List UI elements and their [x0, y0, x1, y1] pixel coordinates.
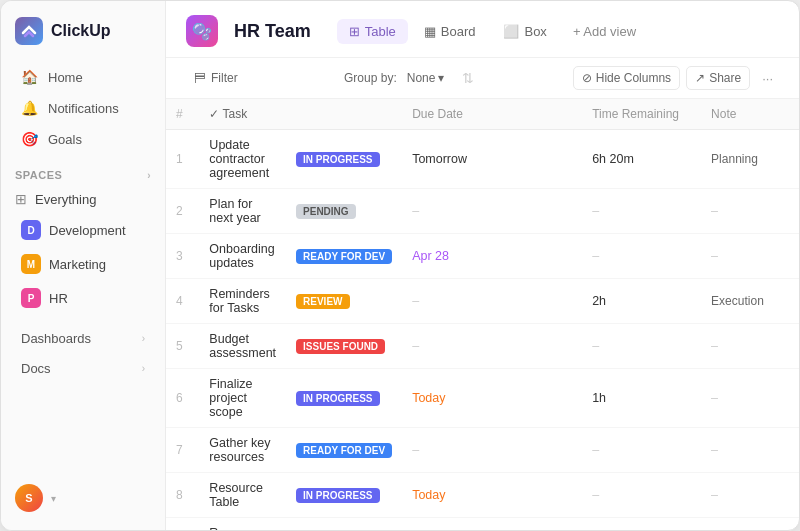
table-row[interactable]: 1Update contractor agreementIN PROGRESST… [166, 130, 799, 189]
row-task-name: Reminders for Tasks [199, 279, 286, 324]
row-time-remaining: – [582, 518, 701, 531]
sidebar-item-goals[interactable]: 🎯 Goals [7, 124, 159, 154]
status-badge: IN PROGRESS [296, 488, 379, 503]
row-task-name: Gather key resources [199, 428, 286, 473]
table-row[interactable]: 4Reminders for TasksREVIEW–2hExecution [166, 279, 799, 324]
share-icon: ↗ [695, 71, 705, 85]
sidebar-item-dashboards[interactable]: Dashboards › [7, 324, 159, 353]
row-due-date: – [402, 189, 582, 234]
spaces-section: Spaces › [1, 159, 165, 185]
group-by-control: Group by: None ▾ [344, 67, 450, 89]
row-num: 3 [166, 234, 199, 279]
status-badge: REVIEW [296, 294, 349, 309]
status-badge: ISSUES FOUND [296, 339, 385, 354]
row-note: – [701, 369, 799, 428]
row-num: 9 [166, 518, 199, 531]
dashboards-chevron: › [142, 333, 145, 344]
row-status: PENDING [286, 189, 402, 234]
row-status: ISSUES FOUND [286, 324, 402, 369]
row-note: – [701, 473, 799, 518]
tab-box[interactable]: ⬜ Box [491, 19, 558, 44]
share-button[interactable]: ↗ Share [686, 66, 750, 90]
filter-button[interactable]: ⛿ Filter [186, 67, 246, 89]
more-options-button[interactable]: ··· [756, 67, 779, 90]
table-row[interactable]: 9Resource allocationREVIEWMay 21–– [166, 518, 799, 531]
status-badge: PENDING [296, 204, 356, 219]
table-row[interactable]: 8Resource TableIN PROGRESSToday–– [166, 473, 799, 518]
user-avatar[interactable]: S [15, 484, 43, 512]
group-by-label: Group by: [344, 71, 397, 85]
row-task-name: Finalize project scope [199, 369, 286, 428]
row-note: Execution [701, 279, 799, 324]
sidebar-item-hr[interactable]: P HR [7, 282, 159, 314]
sidebar-item-development[interactable]: D Development [7, 214, 159, 246]
status-badge: IN PROGRESS [296, 152, 379, 167]
hide-columns-button[interactable]: ⊘ Hide Columns [573, 66, 680, 90]
table-row[interactable]: 6Finalize project scopeIN PROGRESSToday1… [166, 369, 799, 428]
sidebar: ClickUp 🏠 Home 🔔 Notifications 🎯 Goals S… [1, 1, 166, 530]
col-task: ✓ Task [199, 99, 402, 130]
row-status: READY FOR DEV [286, 428, 402, 473]
row-task-name: Resource allocation [199, 518, 286, 531]
avatar-chevron[interactable]: ▾ [51, 493, 56, 504]
table-row[interactable]: 5Budget assessmentISSUES FOUND––– [166, 324, 799, 369]
add-view-button[interactable]: + Add view [563, 19, 646, 44]
sidebar-item-notifications[interactable]: 🔔 Notifications [7, 93, 159, 123]
everything-label: Everything [35, 192, 96, 207]
tasks-table: # ✓ Task Due Date Time Remaining Note 1U… [166, 99, 799, 530]
table-header-row: # ✓ Task Due Date Time Remaining Note [166, 99, 799, 130]
dashboards-label: Dashboards [21, 331, 91, 346]
row-status: IN PROGRESS [286, 369, 402, 428]
sidebar-goals-label: Goals [48, 132, 82, 147]
row-due-date: – [402, 428, 582, 473]
board-icon: ▦ [424, 24, 436, 39]
group-by-button[interactable]: None ▾ [401, 67, 451, 89]
row-note: – [701, 324, 799, 369]
row-status: REVIEW [286, 518, 402, 531]
row-due-date: Tomorrow [402, 130, 582, 189]
sidebar-notifications-label: Notifications [48, 101, 119, 116]
tab-board-label: Board [441, 24, 476, 39]
tab-board[interactable]: ▦ Board [412, 19, 488, 44]
row-num: 1 [166, 130, 199, 189]
toolbar-sort-icon[interactable]: ⇅ [462, 70, 474, 86]
tab-box-label: Box [524, 24, 546, 39]
table-row[interactable]: 7Gather key resourcesREADY FOR DEV––– [166, 428, 799, 473]
docs-label: Docs [21, 361, 51, 376]
sidebar-item-docs[interactable]: Docs › [7, 354, 159, 383]
row-task-name: Onboarding updates [199, 234, 286, 279]
sidebar-bottom: Dashboards › Docs › [1, 323, 165, 384]
row-task-name: Update contractor agreement [199, 130, 286, 189]
spaces-label: Spaces [15, 169, 62, 181]
logo-text: ClickUp [51, 22, 111, 40]
row-due-date: Today [402, 473, 582, 518]
sidebar-item-marketing[interactable]: M Marketing [7, 248, 159, 280]
tab-table[interactable]: ⊞ Table [337, 19, 408, 44]
status-badge: READY FOR DEV [296, 443, 392, 458]
row-time-remaining: – [582, 473, 701, 518]
status-badge: IN PROGRESS [296, 391, 379, 406]
sidebar-item-home[interactable]: 🏠 Home [7, 62, 159, 92]
table-row[interactable]: 2Plan for next yearPENDING––– [166, 189, 799, 234]
row-num: 2 [166, 189, 199, 234]
docs-chevron: › [142, 363, 145, 374]
logo-area[interactable]: ClickUp [1, 1, 165, 57]
row-status: READY FOR DEV [286, 234, 402, 279]
table-row[interactable]: 3Onboarding updatesREADY FOR DEVApr 28–– [166, 234, 799, 279]
home-icon: 🏠 [21, 69, 38, 85]
table-body: 1Update contractor agreementIN PROGRESST… [166, 130, 799, 531]
spaces-chevron[interactable]: › [147, 170, 151, 181]
main-content: 🫧 HR Team ⊞ Table ▦ Board ⬜ Box + Add vi… [166, 1, 799, 530]
row-note: – [701, 518, 799, 531]
development-dot: D [21, 220, 41, 240]
tab-table-label: Table [365, 24, 396, 39]
row-task-name: Plan for next year [199, 189, 286, 234]
everything-icon: ⊞ [15, 191, 27, 207]
sidebar-item-everything[interactable]: ⊞ Everything [1, 185, 165, 213]
row-num: 4 [166, 279, 199, 324]
row-note: – [701, 428, 799, 473]
row-time-remaining: – [582, 428, 701, 473]
row-num: 6 [166, 369, 199, 428]
row-due-date: Today [402, 369, 582, 428]
main-header: 🫧 HR Team ⊞ Table ▦ Board ⬜ Box + Add vi… [166, 1, 799, 58]
